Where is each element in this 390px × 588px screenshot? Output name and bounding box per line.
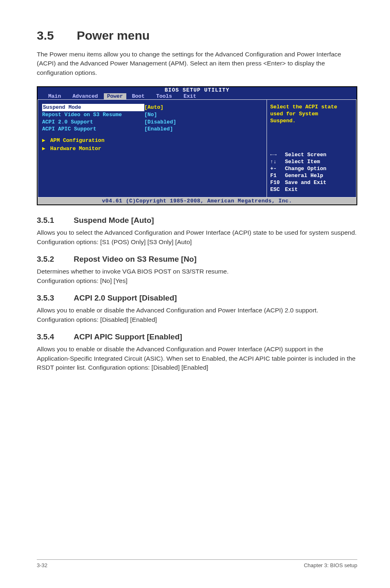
section-number: 3.5	[37, 29, 54, 42]
bios-row-value: [Auto]	[144, 104, 164, 111]
bios-right-panel: Select the ACPI state used for System Su…	[267, 99, 356, 197]
bios-menu-bar: Main Advanced Power Boot Tools Exit	[38, 93, 356, 99]
bios-left-panel: Suspend Mode [Auto] Repost Video on S3 R…	[38, 99, 267, 197]
key-desc: Change Option	[285, 166, 326, 172]
bios-row-suspend-mode: Suspend Mode [Auto]	[42, 104, 262, 111]
intro-paragraph: The Power menu items allow you to change…	[37, 50, 357, 77]
bios-help-line: used for System	[270, 111, 353, 118]
bios-submenu-apm: ▶ APM Configuration	[42, 137, 262, 144]
bios-menu-power: Power	[104, 93, 126, 99]
key-desc: Save and Exit	[285, 180, 326, 186]
subsection-title: ACPI APIC Support [Enabled]	[74, 332, 182, 341]
bios-row-label: ACPI APIC Support	[42, 126, 144, 133]
bios-menu-exit: Exit	[178, 93, 202, 99]
body-line: Configuration options: [Disabled] [Enabl…	[37, 316, 157, 323]
bios-row-acpi-20: ACPI 2.0 Support [Disabled]	[42, 119, 262, 126]
bios-help-line: Select the ACPI state	[270, 104, 353, 111]
key-desc: Exit	[285, 186, 298, 193]
body-paragraph: Allows you to enable or disable the Adva…	[37, 345, 357, 372]
bios-screenshot: BIOS SETUP UTILITY Main Advanced Power B…	[37, 86, 357, 205]
subsection-heading: 3.5.1Suspend Mode [Auto]	[37, 216, 357, 225]
key-esc: ESC	[270, 186, 285, 193]
bios-row-value: [No]	[144, 111, 157, 119]
bios-key-legend: ←→Select Screen ↑↓Select Item +-Change O…	[270, 152, 353, 193]
body-paragraph: Allows you to enable or disable the Adva…	[37, 306, 357, 324]
subsection-title: ACPI 2.0 Support [Disabled]	[74, 294, 177, 302]
key-f1: F1	[270, 173, 285, 180]
subsection-heading: 3.5.2Repost Video on S3 Resume [No]	[37, 255, 357, 264]
chapter-label: Chapter 3: BIOS setup	[304, 562, 357, 568]
body-paragraph: Determines whether to invoke VGA BIOS PO…	[37, 267, 357, 285]
triangle-icon: ▶	[42, 137, 47, 144]
bios-row-value: [Enabled]	[144, 126, 173, 133]
subsection-title: Suspend Mode [Auto]	[74, 216, 154, 224]
page-number: 3-32	[37, 562, 47, 568]
subsection-heading: 3.5.4ACPI APIC Support [Enabled]	[37, 332, 357, 341]
subsection-number: 3.5.2	[37, 255, 54, 263]
bios-title: BIOS SETUP UTILITY	[38, 87, 356, 93]
section-name: Power menu	[77, 29, 150, 42]
key-desc: Select Screen	[285, 152, 326, 158]
bios-help-line: Suspend.	[270, 118, 353, 125]
body-line: Determines whether to invoke VGA BIOS PO…	[37, 268, 229, 275]
bios-help-text: Select the ACPI state used for System Su…	[270, 104, 353, 125]
bios-row-label: Repost Video on S3 Resume	[42, 111, 144, 119]
key-arrows-lr: ←→	[270, 152, 285, 159]
bios-row-repost-video: Repost Video on S3 Resume [No]	[42, 111, 262, 119]
key-desc: General Help	[285, 173, 323, 179]
body-line: Configuration options: [No] [Yes]	[37, 277, 128, 284]
body-line: Allows you to enable or disable the Adva…	[37, 307, 318, 314]
bios-row-value: [Disabled]	[144, 119, 176, 126]
bios-menu-boot: Boot	[126, 93, 150, 99]
bios-submenu-label: APM Configuration	[50, 137, 105, 144]
body-line: Allows you to select the Advanced Config…	[37, 229, 356, 236]
section-title: 3.5Power menu	[37, 29, 357, 43]
subsection-heading: 3.5.3ACPI 2.0 Support [Disabled]	[37, 294, 357, 303]
bios-row-acpi-apic: ACPI APIC Support [Enabled]	[42, 126, 262, 133]
bios-menu-main: Main	[43, 93, 67, 99]
bios-menu-tools: Tools	[150, 93, 178, 99]
triangle-icon: ▶	[42, 145, 47, 152]
page-footer: 3-32 Chapter 3: BIOS setup	[37, 559, 357, 568]
bios-submenu-hwmonitor: ▶ Hardware Monitor	[42, 145, 262, 152]
body-paragraph: Allows you to select the Advanced Config…	[37, 228, 357, 247]
bios-row-label: ACPI 2.0 Support	[42, 119, 144, 126]
subsection-number: 3.5.1	[37, 216, 54, 224]
subsection-title: Repost Video on S3 Resume [No]	[74, 255, 197, 263]
key-arrows-ud: ↑↓	[270, 159, 285, 166]
bios-submenu-label: Hardware Monitor	[50, 146, 101, 152]
subsection-number: 3.5.3	[37, 294, 54, 302]
bios-row-label: Suspend Mode	[42, 104, 144, 111]
key-f10: F10	[270, 180, 285, 186]
subsection-number: 3.5.4	[37, 332, 54, 341]
body-line: Configuration options: [S1 (POS) Only] […	[37, 238, 192, 245]
bios-footer: v04.61 (C)Copyright 1985-2008, American …	[38, 197, 356, 204]
key-plus-minus: +-	[270, 166, 285, 173]
bios-menu-advanced: Advanced	[67, 93, 103, 99]
key-desc: Select Item	[285, 159, 320, 165]
